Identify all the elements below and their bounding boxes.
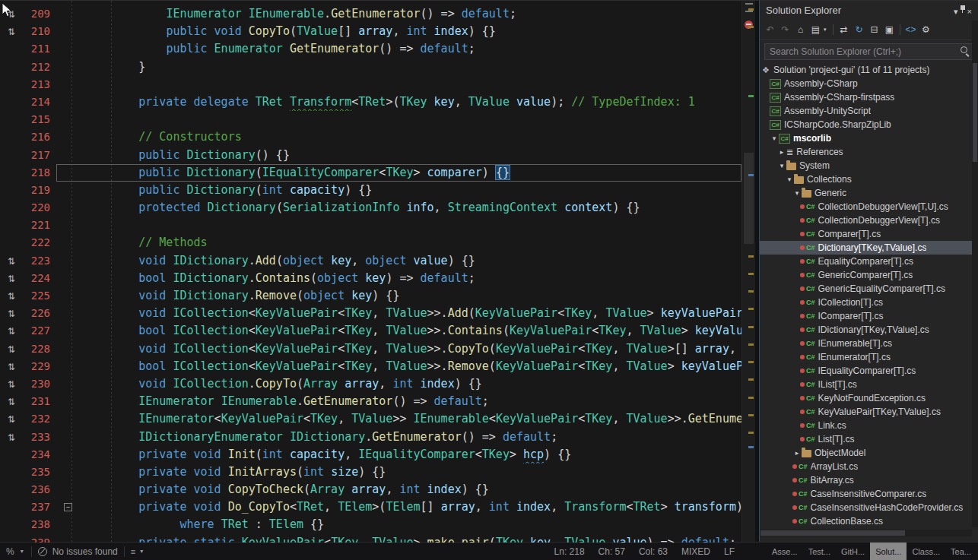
fold-margin[interactable]: − <box>56 498 84 516</box>
tree-item[interactable]: C#Assembly-UnityScript <box>760 104 972 118</box>
line-number[interactable]: 232 <box>23 410 56 428</box>
inheritance-margin-icon[interactable]: ⇅ <box>8 414 15 425</box>
glyph-margin[interactable] <box>0 464 23 481</box>
tree-item[interactable]: C#IEnumerable[T].cs <box>760 337 972 350</box>
inheritance-margin-icon[interactable]: ⇅ <box>8 379 15 390</box>
inheritance-margin-icon[interactable]: ⇅ <box>8 256 15 267</box>
tree-item[interactable]: C#Link.cs <box>760 419 972 432</box>
nav-forward-icon[interactable]: ↷ <box>778 24 792 35</box>
fold-margin[interactable] <box>56 446 84 464</box>
line-number[interactable]: 212 <box>23 59 56 76</box>
tool-window-tab[interactable]: GitH... <box>836 543 870 560</box>
close-icon[interactable]: × <box>967 7 972 16</box>
inheritance-margin-icon[interactable]: ⇅ <box>8 344 15 355</box>
switch-views-icon[interactable]: ▤ <box>808 24 823 35</box>
panel-horizontal-scrollbar[interactable] <box>760 530 972 536</box>
fold-margin[interactable] <box>56 164 84 182</box>
code-line[interactable]: ⇅232 IEnumerator<KeyValuePair<TKey, TVal… <box>0 410 741 428</box>
refresh-icon[interactable]: ↻ <box>852 24 866 35</box>
expander-collapsed-icon[interactable]: ▸ <box>792 449 802 457</box>
code-line[interactable]: 218 public Dictionary(IEqualityComparer<… <box>0 164 741 182</box>
code-line[interactable]: 235 private void InitArrays(int size) {} <box>0 464 741 481</box>
expander-expanded-icon[interactable]: ▾ <box>792 189 802 197</box>
line-number[interactable]: 214 <box>23 93 56 111</box>
line-number[interactable]: 238 <box>23 516 56 533</box>
fold-margin[interactable] <box>56 147 84 164</box>
code-line[interactable]: ⇅227 bool ICollection<KeyValuePair<TKey,… <box>0 322 741 340</box>
dropdown-caret-icon[interactable]: ▾ <box>824 27 830 33</box>
code-line[interactable]: ⇅223 void IDictionary.Add(object key, ob… <box>0 252 741 270</box>
tree-item[interactable]: C#Comparer[T].cs <box>760 227 972 241</box>
glyph-margin[interactable] <box>0 498 23 516</box>
fold-collapse-icon[interactable]: − <box>64 503 72 511</box>
code-line[interactable]: 221 <box>0 217 741 234</box>
fold-margin[interactable] <box>56 481 84 498</box>
view-code-icon[interactable]: <> <box>903 24 918 35</box>
glyph-margin[interactable]: ⇅ <box>0 429 23 446</box>
tree-item[interactable]: C#CollectionDebuggerView[T].cs <box>760 214 972 227</box>
tree-item[interactable]: C#CollectionBase.cs <box>760 514 972 528</box>
line-number[interactable]: 217 <box>23 147 56 164</box>
tree-item[interactable]: C#IList[T].cs <box>760 378 972 391</box>
code-line[interactable]: 214 private delegate TRet Transform<TRet… <box>0 93 741 111</box>
line-number[interactable]: 239 <box>23 534 56 543</box>
tree-item[interactable]: C#ICollection[T].cs <box>760 296 972 309</box>
fold-margin[interactable] <box>56 305 84 322</box>
editor-options-icon[interactable]: ≡ <box>129 547 137 556</box>
code-line[interactable]: ⇅229 bool ICollection<KeyValuePair<TKey,… <box>0 358 741 375</box>
code-line[interactable]: 237− private void Do_CopyTo<TRet, TElem>… <box>0 498 741 516</box>
search-icon[interactable] <box>957 44 973 59</box>
inheritance-margin-icon[interactable]: ⇅ <box>8 362 15 372</box>
code-line[interactable]: ⇅226 void ICollection<KeyValuePair<TKey,… <box>0 305 741 322</box>
column-indicator[interactable]: Col: 63 <box>639 546 668 557</box>
fold-margin[interactable] <box>56 464 84 481</box>
glyph-margin[interactable]: ⇅ <box>0 252 23 270</box>
expander-expanded-icon[interactable]: ▾ <box>785 176 794 183</box>
fold-margin[interactable] <box>56 59 84 76</box>
code-line[interactable]: 216 // Constructors <box>0 128 741 146</box>
tree-item[interactable]: ▾Collections <box>760 172 972 186</box>
fold-margin[interactable] <box>56 252 84 270</box>
line-number[interactable]: 221 <box>23 217 56 234</box>
character-indicator[interactable]: Ch: 57 <box>599 546 625 557</box>
dropdown-caret-icon[interactable]: ▾ <box>137 548 146 555</box>
scrollbar-thumb[interactable] <box>744 153 754 244</box>
code-line[interactable]: 213 <box>0 76 741 93</box>
glyph-margin[interactable]: ⇅ <box>0 305 23 322</box>
code-line[interactable]: ⇅231 IEnumerator IEnumerable.GetEnumerat… <box>0 393 741 410</box>
fold-margin[interactable] <box>56 5 84 23</box>
glyph-margin[interactable]: ⇅ <box>0 375 23 393</box>
split-handle-icon[interactable] <box>745 3 753 12</box>
tool-window-tab[interactable]: Solut... <box>870 543 907 560</box>
line-number[interactable]: 225 <box>23 287 56 305</box>
line-number[interactable]: 211 <box>23 40 56 58</box>
tree-item[interactable]: C#IComparer[T].cs <box>760 309 972 323</box>
fold-margin[interactable] <box>56 287 84 305</box>
glyph-margin[interactable] <box>0 93 23 111</box>
tool-window-tab[interactable]: Test... <box>803 543 836 560</box>
glyph-margin[interactable] <box>0 164 23 182</box>
tree-item[interactable]: C#EqualityComparer[T].cs <box>760 255 972 268</box>
tree-item[interactable]: ▾C#mscorlib <box>760 131 972 145</box>
line-number[interactable]: 213 <box>23 76 56 93</box>
fold-margin[interactable] <box>56 534 84 543</box>
line-number[interactable]: 224 <box>23 270 56 287</box>
glyph-margin[interactable]: ⇅ <box>0 358 23 375</box>
glyph-margin[interactable]: ⇅ <box>0 23 23 40</box>
collapse-all-icon[interactable]: ⊟ <box>867 24 881 35</box>
line-number[interactable]: 230 <box>23 375 56 393</box>
tree-item[interactable]: C#ArrayList.cs <box>760 460 972 473</box>
home-icon[interactable]: ⌂ <box>793 24 808 35</box>
line-number[interactable]: 229 <box>23 358 56 375</box>
glyph-margin[interactable] <box>0 234 23 252</box>
fold-margin[interactable] <box>56 217 84 234</box>
tree-item[interactable]: C#CaseInsensitiveComparer.cs <box>760 487 972 501</box>
line-number[interactable]: 235 <box>23 464 56 481</box>
inheritance-margin-icon[interactable]: ⇅ <box>8 291 15 302</box>
glyph-margin[interactable] <box>0 76 23 93</box>
line-number[interactable]: 222 <box>23 234 56 252</box>
fold-margin[interactable] <box>56 182 84 199</box>
line-number[interactable]: 231 <box>23 393 56 410</box>
code-line[interactable]: ⇅209 IEnumerator IEnumerable.GetEnumerat… <box>0 5 741 23</box>
line-number[interactable]: 234 <box>23 446 56 464</box>
